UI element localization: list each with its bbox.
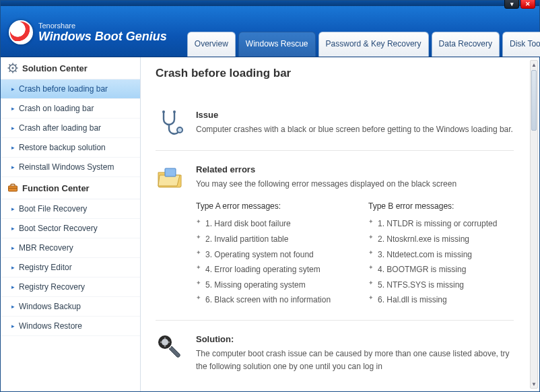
svg-point-21 [168, 341, 170, 343]
svg-point-1 [11, 67, 13, 69]
issue-text: Computer crashes with a black or blue sc… [196, 123, 514, 136]
sidebar-solution-restore-backup-solution[interactable]: ▸Restore backup solution [1, 138, 140, 158]
content-area: Crash before loading bar Issue Computer … [141, 57, 539, 391]
sidebar-function-boot-sector-recovery[interactable]: ▸Boot Sector Recovery [1, 219, 140, 238]
close-button[interactable]: ✕ [520, 0, 535, 9]
sidebar-solution-reinstall-windows-system[interactable]: ▸Reinstall Windows System [1, 158, 140, 177]
sidebar-function-windows-backup[interactable]: ▸Windows Backup [1, 297, 140, 317]
error-item: 1. Hard disk boot failure [196, 216, 341, 232]
svg-rect-11 [9, 188, 18, 189]
brand-company: Tenorshare [38, 22, 167, 30]
error-item: 4. Error loading operating sytem [196, 262, 341, 277]
minimize-button[interactable]: ▾ [504, 0, 519, 9]
sidebar-function-mbr-recovery[interactable]: ▸MBR Recovery [1, 238, 140, 258]
related-text: You may see the following error messages… [196, 178, 514, 191]
body: Solution Center ▸Crash before loading ba… [1, 57, 539, 391]
error-item: 6. Black screen with no information [196, 292, 341, 308]
sidebar-item-label: Crash on loading bar [19, 104, 94, 113]
error-item: 1. NTLDR is missing or corrupted [368, 216, 514, 232]
page-title: Crash before loading bar [156, 67, 514, 80]
scroll-thumb[interactable] [531, 70, 537, 131]
error-col-a-title: Type A error messages: [196, 200, 341, 213]
sidebar-item-label: Registry Editor [19, 263, 72, 272]
issue-title: Issue [196, 108, 514, 122]
sidebar-item-label: Crash after loading bar [19, 123, 101, 133]
tab-disk-tools[interactable]: Disk Tools [502, 32, 540, 57]
related-title: Related errors [196, 163, 514, 176]
chevron-right-icon: ▸ [11, 225, 15, 232]
error-col-b: Type B error messages: 1. NTLDR is missi… [368, 200, 514, 308]
chevron-right-icon: ▸ [11, 244, 15, 251]
svg-point-19 [164, 346, 166, 347]
error-item: 2. Ntoskrnl.exe is missing [368, 232, 514, 247]
chevron-right-icon: ▸ [11, 323, 15, 329]
svg-line-6 [9, 65, 11, 66]
app-logo-icon [9, 20, 33, 44]
solution-section: Solution: The computer boot crash issue … [156, 321, 514, 385]
sidebar-solution-crash-before-loading-bar[interactable]: ▸Crash before loading bar [1, 79, 140, 99]
chevron-right-icon: ▸ [11, 164, 15, 170]
sidebar-item-label: Windows Restore [19, 321, 82, 331]
solution-title: Solution: [196, 333, 514, 346]
sidebar: Solution Center ▸Crash before loading ba… [1, 57, 141, 391]
svg-line-7 [15, 71, 17, 72]
sidebar-item-label: Registry Recovery [19, 282, 85, 292]
app-window: ▾ ✕ Tenorshare Windows Boot Genius Overv… [0, 0, 540, 392]
sidebar-function-boot-file-recovery[interactable]: ▸Boot File Recovery [1, 199, 140, 219]
stethoscope-icon [156, 108, 185, 138]
solution-center-label: Solution Center [22, 63, 88, 73]
brand-product: Windows Boot Genius [38, 30, 167, 43]
scroll-down-icon[interactable]: ▼ [531, 380, 537, 388]
error-item: 2. Invalid partition table [196, 232, 341, 247]
svg-point-14 [173, 110, 176, 113]
sidebar-solution-crash-on-loading-bar[interactable]: ▸Crash on loading bar [1, 99, 140, 119]
scroll-up-icon[interactable]: ▲ [531, 61, 537, 69]
chevron-right-icon: ▸ [11, 303, 15, 310]
sidebar-item-label: MBR Recovery [19, 243, 73, 253]
svg-point-17 [162, 339, 168, 346]
gear-icon [7, 63, 18, 73]
sidebar-function-registry-editor[interactable]: ▸Registry Editor [1, 258, 140, 277]
window-controls: ▾ ✕ [504, 0, 535, 9]
issue-section: Issue Computer crashes with a black or b… [156, 96, 514, 151]
sidebar-item-label: Restore backup solution [19, 143, 106, 152]
tab-password-key-recovery[interactable]: Password & Key Recovery [318, 32, 429, 57]
folder-icon [156, 163, 185, 193]
svg-point-12 [177, 127, 182, 133]
tab-data-recovery[interactable]: Data Recovery [432, 32, 500, 57]
scrollbar[interactable]: ▲ ▼ [530, 60, 538, 389]
error-item: 5. Missing operating system [196, 277, 341, 293]
error-item: 4. BOOTMGR is missing [368, 262, 514, 277]
toolbox-icon [7, 183, 18, 193]
error-item: 3. Operating system not found [196, 247, 341, 263]
function-center-label: Function Center [22, 183, 90, 193]
brand: Tenorshare Windows Boot Genius [9, 20, 167, 57]
chevron-right-icon: ▸ [11, 264, 15, 271]
solution-text: The computer boot crash issue can be cau… [196, 348, 514, 372]
tab-overview[interactable]: Overview [187, 32, 236, 57]
related-errors-section: Related errors You may see the following… [156, 151, 514, 321]
chevron-right-icon: ▸ [11, 86, 15, 92]
sidebar-item-label: Windows Backup [19, 302, 81, 311]
svg-point-18 [164, 337, 166, 339]
header: Tenorshare Windows Boot Genius OverviewW… [1, 6, 539, 57]
error-col-b-title: Type B error messages: [368, 200, 514, 213]
svg-line-8 [15, 65, 17, 66]
svg-point-13 [162, 110, 165, 113]
error-col-a: Type A error messages: 1. Hard disk boot… [196, 200, 341, 308]
error-item: 6. Hal.dll is missing [368, 292, 514, 308]
sidebar-function-registry-recovery[interactable]: ▸Registry Recovery [1, 277, 140, 297]
error-columns: Type A error messages: 1. Hard disk boot… [196, 200, 514, 308]
solution-center-header: Solution Center [1, 57, 140, 79]
sidebar-function-windows-restore[interactable]: ▸Windows Restore [1, 317, 140, 336]
tab-windows-rescue[interactable]: Windows Rescue [238, 32, 316, 57]
chevron-right-icon: ▸ [11, 105, 15, 112]
sidebar-item-label: Boot File Recovery [19, 204, 87, 214]
main-tabs: OverviewWindows RescuePassword & Key Rec… [187, 32, 540, 57]
content-scroll[interactable]: Crash before loading bar Issue Computer … [141, 57, 529, 391]
sidebar-item-label: Reinstall Windows System [19, 162, 114, 172]
sidebar-solution-crash-after-loading-bar[interactable]: ▸Crash after loading bar [1, 119, 140, 138]
error-item: 5. NTFS.SYS is missing [368, 277, 514, 293]
svg-point-20 [160, 341, 162, 343]
svg-line-9 [9, 71, 11, 72]
